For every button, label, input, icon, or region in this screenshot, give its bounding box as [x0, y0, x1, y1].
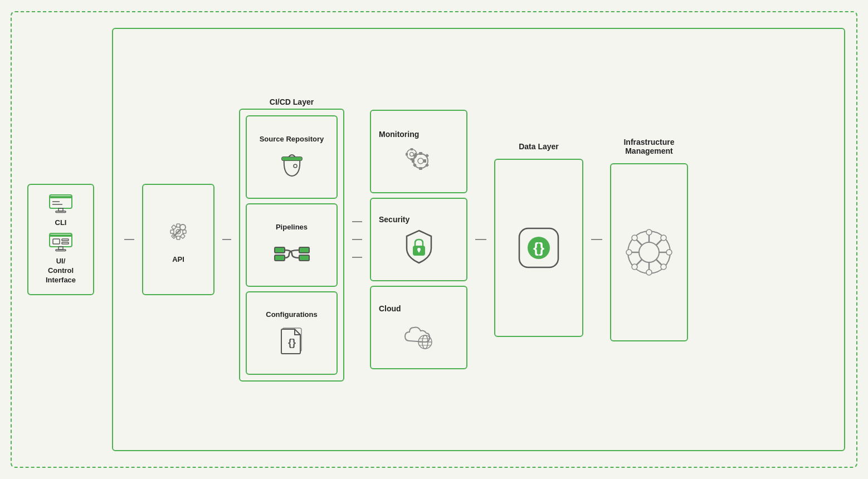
svg-rect-26 — [282, 157, 302, 160]
cloud-label: Cloud — [379, 304, 401, 313]
svg-rect-48 — [406, 153, 408, 155]
svg-point-35 — [418, 158, 423, 164]
svg-rect-31 — [299, 255, 309, 261]
monitoring-icon — [399, 143, 438, 174]
ui-icon — [48, 232, 73, 252]
cloud-box: Cloud — [370, 286, 467, 369]
svg-rect-10 — [62, 242, 69, 244]
infra-icon — [624, 227, 674, 277]
api-label: API — [172, 255, 184, 265]
data-layer-title: Data Layer — [519, 142, 559, 151]
configurations-label: Configurations — [266, 310, 317, 320]
pipelines-box: Pipelines — [246, 203, 338, 287]
svg-rect-30 — [299, 247, 309, 253]
configurations-icon: {} — [278, 324, 306, 356]
svg-rect-16 — [177, 236, 180, 240]
cicd-to-monitoring-line — [352, 221, 362, 222]
outer-container: CLI UI/ Control Interface — [11, 11, 857, 468]
api-to-cicd-line — [222, 239, 231, 240]
data-layer-section: Data Layer {} — [494, 142, 583, 337]
svg-point-76 — [661, 264, 666, 270]
svg-point-62 — [639, 242, 659, 262]
data-layer-icon: {} — [514, 223, 564, 273]
svg-text:{}: {} — [533, 240, 544, 256]
infra-box — [610, 163, 688, 341]
svg-point-72 — [646, 270, 652, 275]
cli-ui-box: CLI UI/ Control Interface — [27, 184, 94, 295]
monitoring-label: Monitoring — [379, 130, 419, 139]
infra-title: Infrastructure Management — [623, 138, 674, 155]
monitoring-box: Monitoring — [370, 110, 467, 193]
svg-rect-28 — [275, 247, 285, 253]
svg-point-78 — [632, 264, 637, 270]
svg-rect-12 — [56, 250, 66, 251]
svg-point-74 — [666, 250, 672, 255]
source-repository-box: Source Repository — [246, 115, 338, 199]
svg-rect-47 — [410, 158, 413, 160]
data-to-infra-line — [591, 239, 602, 240]
svg-rect-46 — [410, 148, 413, 150]
cicd-to-security-line — [352, 239, 362, 240]
security-box: Security — [370, 198, 467, 281]
svg-point-71 — [646, 229, 652, 235]
source-repo-icon — [276, 148, 308, 179]
cicd-to-msc-connectors — [352, 221, 362, 258]
svg-rect-9 — [62, 239, 69, 241]
svg-rect-19 — [172, 224, 176, 229]
svg-rect-37 — [419, 167, 422, 170]
cli-icon — [48, 194, 73, 214]
svg-point-75 — [632, 235, 637, 241]
svg-text:{}: {} — [287, 337, 295, 348]
svg-rect-36 — [419, 152, 422, 155]
ui-control-label: UI/ Control Interface — [46, 257, 76, 285]
svg-rect-7 — [50, 234, 72, 237]
cicd-to-cloud-line — [352, 257, 362, 258]
api-icon — [162, 215, 195, 248]
msc-to-data-line — [475, 239, 486, 240]
svg-rect-8 — [53, 239, 60, 244]
cicd-title: CI/CD Layer — [270, 97, 314, 106]
svg-point-45 — [409, 152, 413, 156]
svg-rect-29 — [275, 255, 285, 261]
svg-point-24 — [180, 224, 186, 230]
diagram-content: API CI/CD Layer Source Repository — [124, 46, 833, 433]
pipelines-icon — [272, 236, 311, 267]
data-layer-box: {} — [494, 159, 583, 337]
inner-container: API CI/CD Layer Source Repository — [112, 28, 845, 451]
configurations-box: Configurations {} — [246, 291, 338, 375]
svg-point-77 — [661, 235, 666, 241]
cicd-inner: Source Repository — [239, 109, 344, 382]
source-repo-label: Source Repository — [260, 135, 324, 144]
cicd-wrapper: CI/CD Layer Source Repository — [239, 97, 344, 382]
msc-column: Monitoring — [370, 110, 467, 369]
svg-rect-52 — [418, 250, 420, 252]
svg-rect-39 — [423, 159, 426, 163]
svg-point-27 — [294, 164, 297, 168]
cloud-icon — [399, 317, 438, 351]
api-box: API — [142, 184, 214, 295]
cli-label: CLI — [55, 218, 67, 228]
svg-rect-3 — [56, 211, 66, 213]
infra-section: Infrastructure Management — [610, 138, 688, 341]
svg-rect-20 — [181, 233, 185, 238]
svg-rect-43 — [425, 153, 428, 157]
security-label: Security — [379, 215, 409, 224]
pipelines-label: Pipelines — [276, 223, 308, 232]
svg-rect-49 — [415, 153, 417, 155]
security-icon — [402, 228, 436, 264]
svg-rect-17 — [170, 230, 174, 233]
svg-point-73 — [626, 250, 632, 255]
svg-rect-1 — [50, 196, 72, 198]
cli-to-api-line — [124, 239, 134, 240]
